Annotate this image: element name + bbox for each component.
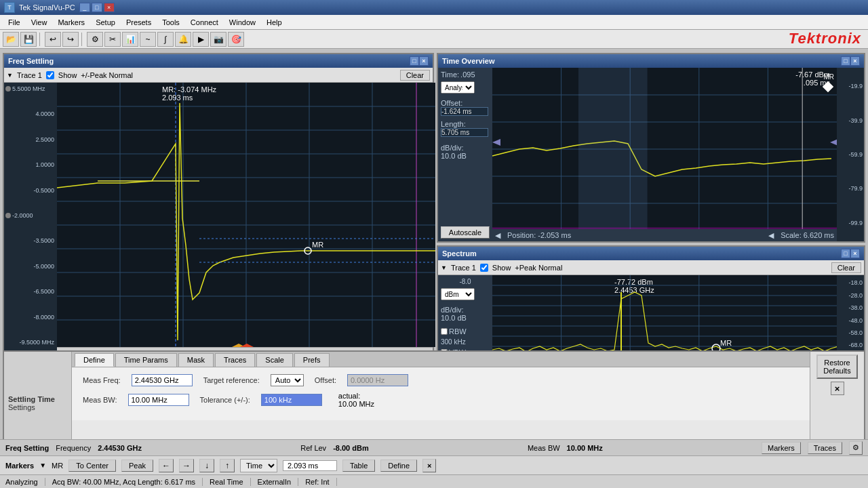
chart-btn[interactable]: 📊 [122, 32, 138, 47]
menu-help[interactable]: Help [261, 17, 288, 28]
spectrum-trace-arrow: ▼ [441, 264, 447, 271]
time-overview-titlebar: Time Overview □ × [438, 54, 864, 68]
nav-down-button[interactable]: ↓ [199, 459, 214, 472]
tab-mask[interactable]: Mask [178, 353, 214, 367]
menu-connect[interactable]: Connect [185, 17, 224, 28]
tab-time-params[interactable]: Time Params [115, 353, 177, 367]
analysis-select[interactable]: Analysis [441, 81, 475, 94]
offset-label: Offset: [441, 99, 490, 107]
ext-label: ExternalIn [258, 478, 292, 486]
meas-bw-label: Meas BW: [83, 396, 117, 404]
offset-input[interactable] [347, 374, 408, 386]
length-input[interactable] [441, 128, 488, 137]
ref-lev-label: Ref Lev [300, 444, 326, 452]
time-scale-icon: ◀ [768, 231, 774, 240]
meas-freq-label: Meas Freq: [83, 376, 121, 384]
target-ref-select[interactable]: Auto [271, 374, 304, 386]
maximize-button[interactable]: □ [92, 3, 102, 12]
peak-button[interactable]: Peak [121, 460, 153, 472]
save-btn[interactable]: 💾 [20, 32, 37, 47]
tolerance-input[interactable] [261, 394, 322, 406]
table-button[interactable]: Table [342, 460, 375, 472]
position-drag-icon-2[interactable] [5, 213, 11, 218]
menu-markers[interactable]: Markers [52, 17, 90, 28]
time-overview-close-btn[interactable]: × [850, 56, 860, 66]
markers-expand-icon[interactable]: ▼ [39, 462, 46, 469]
camera-btn[interactable]: 📷 [210, 32, 226, 47]
settings-tabs: Define Time Params Mask Traces Scale Pre… [72, 352, 810, 367]
main-content: Freq Settling □ × ▼ Trace 1 Show +/-Peak… [0, 50, 868, 488]
clear-button[interactable]: Clear [400, 70, 430, 81]
freq-markers-button[interactable]: Markers [762, 442, 801, 454]
time-y-1: -19.9 [838, 83, 863, 89]
svg-text:MR: MR [312, 241, 323, 249]
show-checkbox[interactable] [46, 71, 54, 79]
tab-scale[interactable]: Scale [256, 353, 293, 367]
time-overview-restore-btn[interactable]: □ [841, 56, 850, 66]
meas-freq-input[interactable] [132, 374, 193, 386]
menu-presets[interactable]: Presets [121, 17, 157, 28]
menu-tools[interactable]: Tools [157, 17, 185, 28]
restore-defaults-button[interactable]: RestoreDefaults [816, 354, 857, 379]
menu-setup[interactable]: Setup [90, 17, 121, 28]
time-overview-svg [492, 68, 837, 241]
close-button[interactable]: × [104, 3, 115, 12]
tolerance-label: Tolerance (+/-): [200, 396, 250, 404]
freq-gear-button[interactable]: ⚙ [849, 441, 863, 455]
acq-info-segment: Acq BW: 40.00 MHz, Acq Length: 6.617 ms [52, 478, 203, 486]
menu-view[interactable]: View [26, 17, 53, 28]
marker-time-value: 2.093 ms [283, 460, 337, 471]
trace-arrow: ▼ [7, 72, 13, 79]
spectrum-show-checkbox[interactable] [480, 264, 488, 272]
menu-window[interactable]: Window [224, 17, 261, 28]
ext-segment: ExternalIn [258, 478, 299, 486]
spec-y-2: -28.0 [838, 292, 863, 299]
bell-btn[interactable]: 🔔 [175, 32, 191, 47]
menu-file[interactable]: File [3, 17, 26, 28]
to-center-button[interactable]: To Center [68, 460, 116, 472]
target-btn[interactable]: 🎯 [228, 32, 244, 47]
mr-freq-label: MR: -3.074 MHz [162, 85, 216, 94]
window-controls[interactable]: _ □ × [79, 3, 115, 12]
offset-input[interactable] [441, 107, 488, 116]
spectrum-unit-select[interactable]: dBm [441, 288, 475, 300]
settings-btn[interactable]: ⚙ [87, 32, 103, 47]
tab-traces[interactable]: Traces [215, 353, 255, 367]
y-label-10: -8.0000 [5, 314, 56, 321]
spectrum-restore-btn[interactable]: □ [841, 249, 850, 258]
minimize-button[interactable]: _ [79, 3, 90, 12]
marker-time-select[interactable]: Time [240, 459, 277, 472]
open-btn[interactable]: 📂 [3, 32, 19, 47]
play-btn[interactable]: ▶ [193, 32, 209, 47]
marker-close-button[interactable]: × [422, 459, 436, 472]
cut-btn[interactable]: ✂ [104, 32, 121, 47]
wave-btn[interactable]: ~ [140, 32, 156, 47]
redo-btn[interactable]: ↪ [62, 32, 79, 47]
tab-define[interactable]: Define [75, 353, 114, 367]
freq-traces-button[interactable]: Traces [808, 442, 842, 454]
undo-btn[interactable]: ↩ [45, 32, 61, 47]
freq-settling-restore-btn[interactable]: □ [410, 56, 419, 66]
position-drag-icon[interactable] [5, 86, 11, 92]
spectrum-close-btn[interactable]: × [850, 249, 860, 258]
freq-setting-bar: Freq Setting Frequency 2.44530 GHz Ref L… [0, 439, 868, 455]
analyzing-label: Analyzing [5, 478, 38, 486]
time-y-4: -79.9 [838, 185, 863, 192]
ref-lev-val: -8.00 dBm [333, 444, 369, 452]
integral-btn[interactable]: ∫ [157, 32, 174, 47]
meas-bw-input[interactable] [128, 394, 189, 406]
tab-prefs[interactable]: Prefs [294, 353, 330, 367]
time-overview-title: Time Overview [442, 57, 841, 65]
time-label: Time: [441, 70, 459, 79]
spectrum-show-label: Show [492, 264, 511, 272]
time-autoscale-button[interactable]: Autoscale [441, 226, 490, 239]
nav-left-button[interactable]: ← [159, 459, 174, 472]
rbw-checkbox[interactable] [441, 328, 448, 335]
settings-close-button[interactable]: × [831, 382, 844, 395]
nav-right-button[interactable]: → [179, 459, 194, 472]
nav-up-button[interactable]: ↑ [220, 459, 235, 472]
freq-settling-close-btn[interactable]: × [419, 56, 429, 66]
marker-define-button[interactable]: Define [380, 460, 417, 472]
spectrum-clear-button[interactable]: Clear [831, 262, 861, 273]
y-label-bottom: -9.5000 MHz [5, 339, 56, 346]
